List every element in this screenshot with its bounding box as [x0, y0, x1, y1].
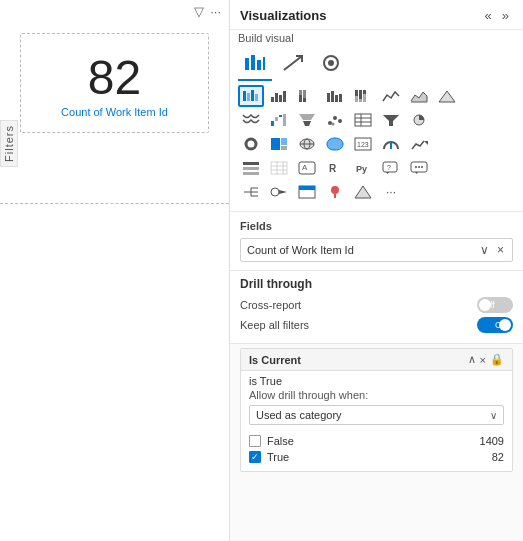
field-close-button[interactable]: ×: [495, 243, 506, 257]
svg-rect-2: [257, 60, 261, 70]
viz-icon-matrix[interactable]: [266, 157, 292, 179]
viz-icon-python[interactable]: Py: [350, 157, 376, 179]
svg-rect-47: [271, 138, 280, 150]
viz-icon-r-script[interactable]: R: [322, 157, 348, 179]
cross-report-label: Cross-report: [240, 299, 301, 311]
is-current-close-button[interactable]: ×: [480, 353, 486, 366]
svg-rect-27: [363, 90, 366, 94]
viz-icon-kpi[interactable]: [406, 133, 432, 155]
svg-marker-34: [303, 121, 311, 126]
chart-tab-circle[interactable]: [314, 50, 348, 81]
cross-report-row: Cross-report Off: [240, 297, 513, 313]
viz-icon-shape[interactable]: [350, 181, 376, 203]
ellipsis-icon[interactable]: ···: [210, 4, 221, 19]
is-current-actions: ∧ × 🔒: [468, 353, 504, 366]
svg-marker-83: [279, 190, 287, 194]
svg-rect-30: [275, 117, 278, 121]
field-pill-actions: ∨ ×: [478, 243, 506, 257]
fields-label: Fields: [240, 220, 513, 232]
viz-icon-smart-narrative[interactable]: A: [294, 157, 320, 179]
svg-point-35: [328, 121, 332, 125]
filters-label: Filters: [0, 120, 18, 167]
viz-icon-stacked-100[interactable]: [294, 85, 320, 107]
is-current-chevron-up[interactable]: ∧: [468, 353, 476, 366]
viz-icon-ribbon[interactable]: [238, 109, 264, 131]
viz-icon-column-chart[interactable]: [322, 85, 348, 107]
viz-icon-more[interactable]: ···: [378, 181, 404, 203]
viz-icon-pie[interactable]: [406, 109, 432, 131]
svg-rect-0: [245, 58, 249, 70]
svg-rect-13: [283, 91, 286, 102]
allow-drill-text: Allow drill through when:: [249, 389, 504, 401]
svg-rect-18: [327, 93, 330, 102]
viz-icon-smart-table[interactable]: [294, 181, 320, 203]
svg-text:R: R: [329, 163, 337, 174]
svg-rect-59: [243, 172, 259, 175]
svg-rect-19: [331, 91, 334, 102]
viz-icon-area-chart[interactable]: [406, 85, 432, 107]
viz-icon-treemap[interactable]: [266, 133, 292, 155]
viz-icon-stacked-column[interactable]: [350, 85, 376, 107]
viz-icon-filled-map[interactable]: [322, 133, 348, 155]
toggle-thumb-off: [479, 299, 491, 311]
svg-rect-39: [355, 114, 371, 126]
svg-point-38: [332, 123, 335, 126]
nav-left-button[interactable]: «: [481, 6, 496, 25]
nav-right-button[interactable]: »: [498, 6, 513, 25]
viz-icon-qa[interactable]: ?: [378, 157, 404, 179]
viz-icon-filter[interactable]: [378, 109, 404, 131]
svg-text:A: A: [302, 163, 308, 172]
chart-tab-arrow[interactable]: [276, 50, 310, 81]
chart-tab-bar[interactable]: [238, 50, 272, 81]
filter-item-true: True 82: [249, 449, 504, 465]
svg-rect-6: [243, 91, 246, 101]
is-current-title: Is Current: [249, 354, 301, 366]
is-current-box: Is Current ∧ × 🔒 is True Allow drill thr…: [240, 348, 513, 472]
viz-icon-mountain[interactable]: [434, 85, 460, 107]
svg-rect-25: [359, 90, 362, 99]
keep-filters-row: Keep all filters On: [240, 317, 513, 333]
viz-icon-funnel[interactable]: [294, 109, 320, 131]
checkbox-false[interactable]: [249, 435, 261, 447]
keep-filters-toggle[interactable]: On: [477, 317, 513, 333]
build-visual-label: Build visual: [238, 32, 515, 44]
viz-icon-slicer[interactable]: [238, 157, 264, 179]
viz-icon-line-chart[interactable]: [378, 85, 404, 107]
checkbox-true[interactable]: [249, 451, 261, 463]
viz-icon-map[interactable]: [294, 133, 320, 155]
svg-marker-70: [386, 172, 389, 174]
dropdown-arrow-icon: ∨: [490, 410, 497, 421]
svg-point-74: [415, 166, 417, 168]
dropdown-value: Used as category: [256, 409, 342, 421]
left-panel-toolbar: ▽ ···: [0, 0, 229, 23]
viz-icon-key-influencers[interactable]: [266, 181, 292, 203]
viz-icon-stacked-bar[interactable]: [238, 85, 264, 107]
svg-rect-3: [263, 57, 265, 70]
viz-icon-speech-bubble[interactable]: [406, 157, 432, 179]
svg-rect-17: [303, 90, 306, 98]
right-panel: Visualizations « » Build visual: [230, 0, 523, 541]
card-label: Count of Work Item Id: [61, 106, 168, 118]
is-current-body: is True Allow drill through when: Used a…: [241, 371, 512, 471]
card-visual: 82 Count of Work Item Id: [20, 33, 209, 133]
field-expand-button[interactable]: ∨: [478, 243, 491, 257]
viz-icon-scatter[interactable]: [322, 109, 348, 131]
svg-point-76: [421, 166, 423, 168]
cross-report-toggle[interactable]: Off: [477, 297, 513, 313]
viz-icon-map-pin[interactable]: [322, 181, 348, 203]
viz-icon-donut[interactable]: [238, 133, 264, 155]
left-panel: ▽ ··· 82 Count of Work Item Id Filters: [0, 0, 230, 541]
viz-icon-decomp-tree[interactable]: [238, 181, 264, 203]
svg-rect-29: [271, 121, 274, 126]
viz-icon-card-123[interactable]: 123: [350, 133, 376, 155]
filter-icon[interactable]: ▽: [194, 4, 204, 19]
svg-rect-21: [339, 94, 342, 102]
svg-rect-49: [281, 146, 287, 150]
viz-icon-bar-chart[interactable]: [266, 85, 292, 107]
dropdown-select[interactable]: Used as category ∨: [249, 405, 504, 425]
viz-icon-gauge[interactable]: [378, 133, 404, 155]
viz-icon-waterfall[interactable]: [266, 109, 292, 131]
svg-rect-20: [335, 95, 338, 102]
viz-nav-buttons: « »: [481, 6, 513, 25]
viz-icon-table[interactable]: [350, 109, 376, 131]
